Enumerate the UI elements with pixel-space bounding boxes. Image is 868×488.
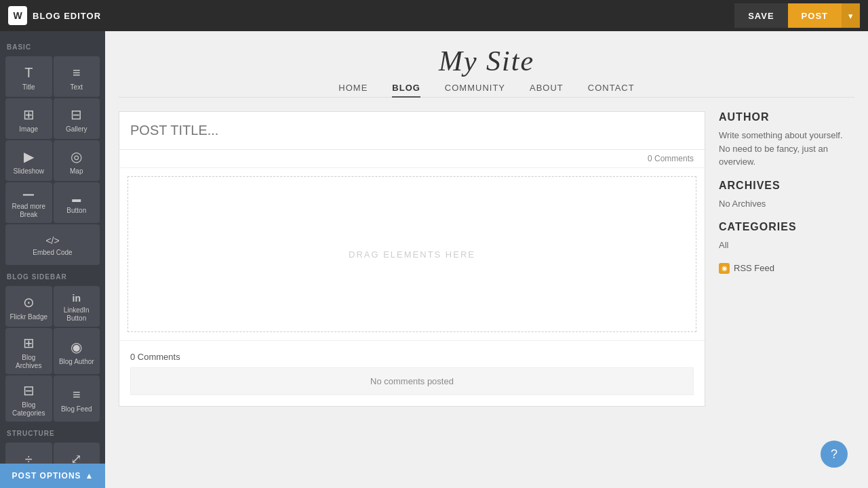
save-button[interactable]: SAVE [734,3,787,28]
nav-item-home[interactable]: HOME [338,83,368,97]
linkedin-label: LinkedIn Button [56,306,98,323]
image-icon: ⊞ [23,106,35,123]
author-text: Write something about yourself. No need … [719,129,854,169]
sidebar-item-image[interactable]: ⊞ Image [5,98,52,139]
app-logo: W [8,6,27,25]
image-label: Image [19,125,38,134]
sidebar-item-map[interactable]: ◎ Map [54,140,100,181]
embed-icon: </> [45,235,59,246]
blogfeed-icon: ≡ [73,387,81,403]
blogarchives-icon: ⊞ [23,335,35,351]
sidebar-item-readmore[interactable]: ━━ Read more Break [5,182,52,223]
categories-all[interactable]: All [719,239,854,252]
sidebar-section-structure: STRUCTURE [0,424,105,440]
sidebar-item-blogarchives[interactable]: ⊞ Blog Archives [5,328,52,374]
blogauthor-label: Blog Author [59,358,94,366]
button-label: Button [66,207,86,215]
post-title-input[interactable] [130,123,694,138]
blogauthor-icon: ◉ [71,339,82,355]
fab-button[interactable]: ? [821,441,848,468]
content-area: My Site HOME BLOG COMMUNITY ABOUT CONTAC… [105,31,868,488]
archives-title: ARCHIVES [719,180,854,192]
blogcategories-icon: ⊟ [23,382,35,399]
nav-item-blog[interactable]: BLOG [392,83,420,97]
button-icon: ▬ [72,194,81,204]
flickr-label: Flickr Badge [9,313,47,321]
sidebar-item-embed[interactable]: </> Embed Code [5,224,100,265]
text-icon: ≡ [73,65,81,81]
title-label: Title [22,83,35,92]
top-bar-right: SAVE POST ▾ [734,3,860,28]
site-title: My Site [119,45,854,77]
rss-feed[interactable]: ◉ RSS Feed [719,263,854,274]
sidebar-grid-basic: T Title ≡ Text ⊞ Image ⊟ Gallery ▶ Slide… [0,54,105,268]
sidebar-item-gallery[interactable]: ⊟ Gallery [54,98,100,139]
site-nav: HOME BLOG COMMUNITY ABOUT CONTACT [119,77,854,98]
slideshow-label: Slideshow [13,167,44,176]
drag-text: DRAG ELEMENTS HERE [349,249,475,260]
post-dropdown-button[interactable]: ▾ [842,3,860,28]
post-options-label: POST OPTIONS [12,471,81,481]
categories-title: CATEGORIES [719,221,854,233]
sidebar-section-blogsidebar: BLOG SIDEBAR [0,268,105,283]
post-comments-bottom: 0 Comments [130,352,694,362]
main-layout: BASIC T Title ≡ Text ⊞ Image ⊟ Gallery ▶… [0,31,868,488]
readmore-icon: ━━ [23,190,34,200]
blog-main: 0 Comments DRAG ELEMENTS HERE 0 Comments… [119,111,705,407]
embed-label: Embed Code [33,249,72,257]
nav-item-about[interactable]: ABOUT [530,83,564,97]
post-btn-group: POST ▾ [788,3,860,28]
sidebar-item-blogauthor[interactable]: ◉ Blog Author [54,328,100,374]
title-icon: T [24,65,33,81]
sidebar-item-blogcategories[interactable]: ⊟ Blog Categories [5,375,52,422]
post-comments-top: 0 Comments [119,150,705,168]
sidebar-item-flickr[interactable]: ⊙ Flickr Badge [5,286,52,327]
no-comments-bar: No comments posted [130,367,694,395]
blog-layout: 0 Comments DRAG ELEMENTS HERE 0 Comments… [119,111,854,407]
sidebar-section-basic: BASIC [0,38,105,54]
top-bar: W BLOG EDITOR SAVE POST ▾ [0,0,868,31]
post-title-area [119,112,705,150]
sidebar-item-button[interactable]: ▬ Button [54,182,100,223]
blogcategories-label: Blog Categories [8,401,50,418]
sidebar-item-linkedin[interactable]: in LinkedIn Button [54,286,100,327]
map-icon: ◎ [71,148,82,165]
app-title: BLOG EDITOR [33,11,101,21]
widget-archives: ARCHIVES No Archives [719,180,854,211]
author-title: AUTHOR [719,111,854,123]
blogfeed-label: Blog Feed [61,405,92,413]
slideshow-icon: ▶ [24,148,34,165]
post-options-chevron-icon: ▲ [85,471,94,481]
gallery-label: Gallery [66,125,87,134]
post-button[interactable]: POST [788,3,842,28]
sidebar-item-text[interactable]: ≡ Text [54,56,100,97]
post-options-bar[interactable]: POST OPTIONS ▲ [0,464,105,488]
post-footer: 0 Comments No comments posted [119,340,705,406]
archives-text: No Archives [719,197,854,211]
blog-sidebar: AUTHOR Write something about yourself. N… [719,111,854,285]
sidebar-item-blogfeed[interactable]: ≡ Blog Feed [54,375,100,422]
rss-icon: ◉ [719,263,730,274]
text-label: Text [71,83,83,92]
gallery-icon: ⊟ [71,106,82,123]
widget-categories: CATEGORIES All ◉ RSS Feed [719,221,854,274]
blogarchives-label: Blog Archives [8,354,50,370]
top-bar-left: W BLOG EDITOR [8,6,101,25]
sidebar-grid-blogsidebar: ⊙ Flickr Badge in LinkedIn Button ⊞ Blog… [0,283,105,424]
nav-item-community[interactable]: COMMUNITY [445,83,505,97]
widget-author: AUTHOR Write something about yourself. N… [719,111,854,169]
flickr-icon: ⊙ [23,294,35,310]
site-header: My Site HOME BLOG COMMUNITY ABOUT CONTAC… [119,45,854,98]
sidebar-item-slideshow[interactable]: ▶ Slideshow [5,140,52,181]
sidebar-item-title[interactable]: T Title [5,56,52,97]
nav-item-contact[interactable]: CONTACT [588,83,635,97]
map-label: Map [70,167,83,176]
sidebar: BASIC T Title ≡ Text ⊞ Image ⊟ Gallery ▶… [0,31,105,488]
post-body-area[interactable]: DRAG ELEMENTS HERE [127,176,696,332]
readmore-label: Read more Break [8,203,50,219]
rss-feed-label: RSS Feed [734,263,774,273]
linkedin-icon: in [73,293,81,304]
